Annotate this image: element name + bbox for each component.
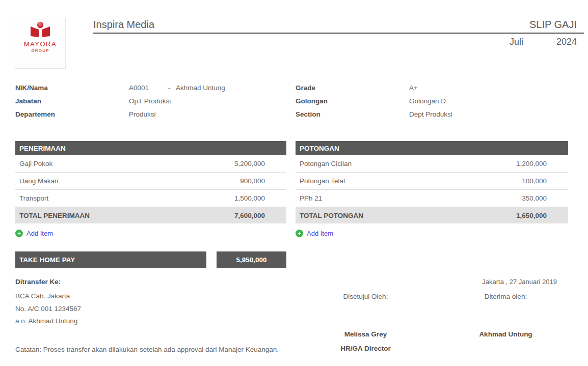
received-by-column: Diterima oleh: Akhmad Untung (448, 293, 563, 338)
company-name: Inspira Media (93, 19, 154, 31)
plus-icon: + (15, 230, 23, 237)
deductions-total-row: TOTAL POTONGAN 1,650,000 (296, 207, 568, 223)
salary-slip-page: MAYORA GROUP Inspira Media SLIP GAJI Jul… (0, 0, 588, 366)
jabatan-label: Jabatan (15, 97, 129, 105)
grade-value: A+ (409, 84, 418, 92)
plus-icon: + (296, 230, 303, 237)
transfer-bank: BCA Cab. Jakarta (15, 290, 81, 303)
section-value: Dept Produksi (409, 110, 452, 118)
transfer-heading: Ditransfer Ke: (15, 278, 61, 286)
golongan-label: Golongan (296, 97, 409, 105)
table-row: Transport 1,500,000 (15, 190, 286, 207)
logo-company-name: MAYORA (24, 40, 57, 48)
earning-item-amount: 1,500,000 (234, 194, 286, 202)
deduction-item-label: PPh 21 (296, 194, 322, 202)
nik-nama-label: NIK/Nama (15, 84, 129, 92)
golongan-value: Golongan D (409, 97, 446, 105)
period-year: 2024 (556, 37, 577, 47)
deductions-total-label: TOTAL POTONGAN (296, 212, 363, 219)
earning-item-amount: 900,000 (240, 177, 286, 185)
earnings-header: PENERIMAAN (15, 141, 286, 155)
add-item-label: Add Item (307, 230, 333, 237)
signature-place-date: Jakarta , 27 Januari 2019 (482, 278, 557, 286)
earning-item-label: Uang Makan (15, 177, 59, 185)
info-row-jabatan: Jabatan OpT Produksi (15, 94, 225, 107)
nik-value: A0001 (129, 84, 168, 92)
deduction-item-label: Potongan Cicilan (296, 160, 352, 167)
jabatan-value: OpT Produksi (129, 97, 171, 105)
add-item-label: Add Item (26, 230, 53, 237)
table-row: Potongan Cicilan 1,200,000 (296, 155, 568, 173)
receiver-name: Akhmad Untung (448, 330, 563, 338)
info-row-nik-nama: NIK/Nama A0001 - Akhmad Untung (15, 81, 225, 94)
logo-company-subtitle: GROUP (31, 48, 49, 53)
approver-name: Melissa Grey (308, 330, 423, 338)
info-row-golongan: Golongan Golongan D (296, 94, 452, 107)
nik-name-separator: - (168, 84, 176, 92)
company-logo: MAYORA GROUP (15, 18, 66, 69)
deductions-total-amount: 1,650,000 (516, 212, 568, 219)
take-home-pay-label: TAKE HOME PAY (15, 251, 206, 268)
deduction-item-label: Potongan Telat (296, 177, 345, 185)
grade-label: Grade (296, 84, 409, 92)
transfer-account-number: No. A/C 001 1234567 (15, 303, 81, 316)
earning-item-amount: 5,200,000 (234, 160, 286, 167)
approved-by-label: Disetujui Oleh: (308, 293, 423, 300)
earnings-add-item-button[interactable]: + Add Item (15, 230, 53, 237)
table-row: PPh 21 350,000 (296, 190, 568, 207)
section-label: Section (296, 110, 409, 118)
earnings-total-amount: 7,600,000 (234, 212, 286, 219)
transfer-note: Catatan: Proses transfer akan dilakukan … (15, 346, 279, 353)
deduction-item-amount: 1,200,000 (516, 160, 568, 167)
transfer-details: BCA Cab. Jakarta No. A/C 001 1234567 a.n… (15, 290, 81, 328)
period-month: Juli (510, 37, 523, 47)
approver-title: HR/GA Director (308, 345, 423, 352)
info-row-departemen: Departemen Produksi (15, 107, 225, 121)
earnings-table: PENERIMAAN Gaji Pokok 5,200,000 Uang Mak… (15, 141, 286, 237)
deductions-table: POTONGAN Potongan Cicilan 1,200,000 Poto… (296, 141, 568, 237)
deduction-item-amount: 100,000 (522, 177, 568, 185)
transfer-account-holder: a.n. Akhmad Untung (15, 315, 81, 328)
departemen-label: Departemen (15, 110, 129, 118)
employee-info-right: Grade A+ Golongan Golongan D Section Dep… (296, 81, 452, 121)
deduction-item-amount: 350,000 (522, 194, 568, 202)
mayora-logo-icon (29, 21, 52, 40)
info-row-grade: Grade A+ (296, 81, 452, 94)
take-home-pay-amount: 5,950,000 (217, 251, 286, 268)
deductions-header: POTONGAN (296, 141, 568, 155)
earning-item-label: Transport (15, 194, 48, 202)
deductions-add-item-button[interactable]: + Add Item (296, 230, 333, 237)
header-divider (93, 33, 584, 34)
table-row: Potongan Telat 100,000 (296, 173, 568, 190)
document-title: SLIP GAJI (529, 19, 577, 31)
table-row: Uang Makan 900,000 (15, 173, 286, 190)
table-row: Gaji Pokok 5,200,000 (15, 155, 286, 173)
received-by-label: Diterima oleh: (448, 293, 563, 300)
employee-info-left: NIK/Nama A0001 - Akhmad Untung Jabatan O… (15, 81, 225, 121)
earnings-total-label: TOTAL PENERIMAAN (15, 212, 90, 219)
departemen-value: Produksi (129, 110, 156, 118)
info-row-section: Section Dept Produksi (296, 107, 452, 121)
earning-item-label: Gaji Pokok (15, 160, 52, 167)
earnings-total-row: TOTAL PENERIMAAN 7,600,000 (15, 207, 286, 223)
employee-name-value: Akhmad Untung (176, 84, 225, 92)
approved-by-column: Disetujui Oleh: Melissa Grey HR/GA Direc… (308, 293, 423, 352)
